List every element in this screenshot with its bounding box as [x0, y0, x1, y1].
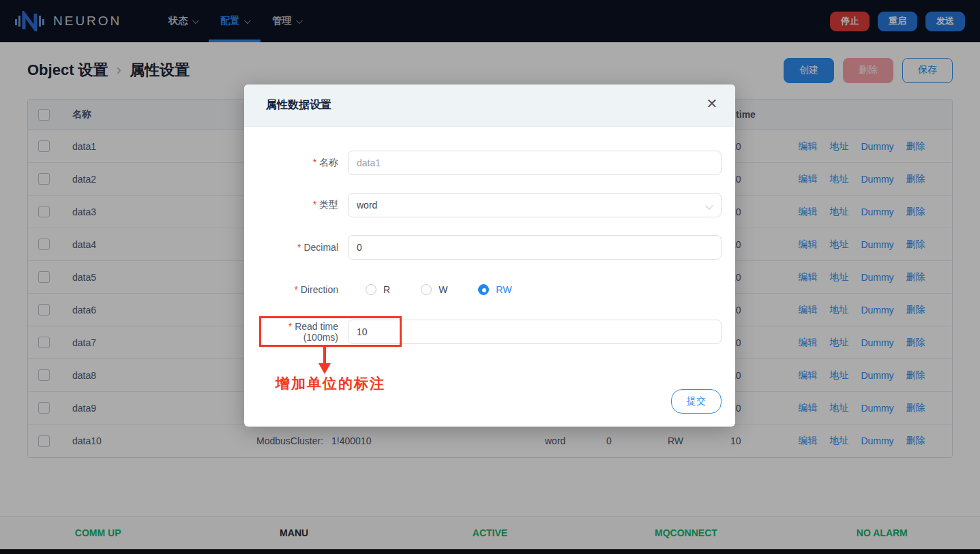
radio-selected-icon — [478, 284, 489, 295]
radio-direction-w[interactable]: W — [421, 284, 447, 295]
name-input[interactable] — [357, 157, 713, 168]
annotation-text: 增加单位的标注 — [276, 374, 385, 393]
modal-header: 属性数据设置 — [244, 84, 735, 127]
annotation-arrowhead-icon — [318, 363, 331, 374]
radio-label: W — [439, 284, 447, 295]
form-row-name: 名称 — [244, 151, 722, 175]
radio-icon — [366, 284, 376, 295]
decimal-field — [348, 235, 722, 260]
annotation-highlight-box — [259, 316, 402, 347]
read-time-field — [348, 320, 722, 344]
modal-title: 属性数据设置 — [266, 98, 331, 112]
read-time-input[interactable] — [357, 326, 713, 337]
decimal-field-label: Decimal — [244, 242, 338, 253]
radio-label: R — [383, 284, 390, 295]
type-select-value: word — [357, 200, 377, 211]
radio-direction-r[interactable]: R — [366, 284, 390, 295]
form-row-type: 类型 word — [244, 193, 722, 217]
type-field-label: 类型 — [244, 199, 338, 211]
radio-icon — [421, 284, 432, 295]
form-row-direction: Direction R W RW — [244, 277, 722, 302]
form-row-decimal: Decimal — [244, 235, 722, 260]
decimal-input[interactable] — [357, 242, 713, 253]
radio-direction-rw[interactable]: RW — [478, 284, 511, 295]
direction-field-label: Direction — [244, 284, 338, 295]
page: NEURON 状态 配置 管理 停止 重启 发送 Object 设置 › — [0, 0, 980, 554]
annotation-arrow — [323, 347, 326, 365]
name-field — [348, 151, 722, 175]
bottom-strip — [0, 549, 980, 554]
modal-body: 名称 类型 word Decimal Direction — [244, 127, 735, 414]
type-select[interactable]: word — [348, 193, 722, 217]
close-icon[interactable]: ✕ — [704, 95, 720, 112]
direction-radio-group: R W RW — [348, 284, 511, 295]
chevron-down-icon — [705, 202, 713, 209]
radio-label: RW — [496, 284, 511, 295]
name-field-label: 名称 — [244, 157, 338, 169]
submit-button[interactable]: 提交 — [671, 389, 722, 414]
